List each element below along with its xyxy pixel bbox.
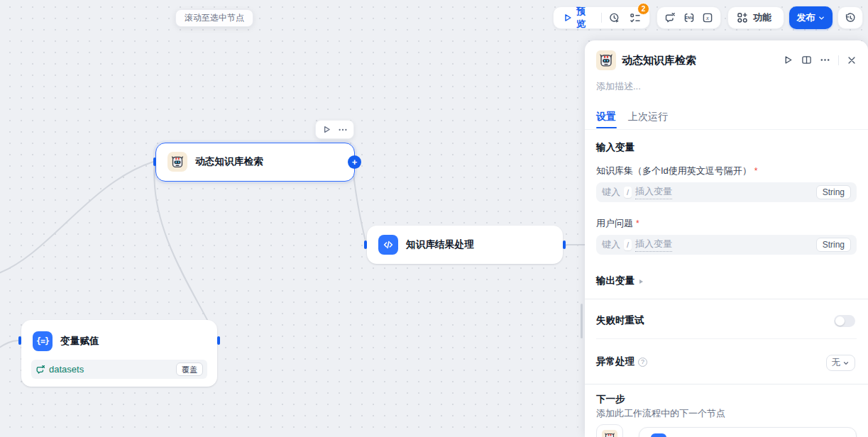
retry-title: 失败时重试 bbox=[596, 314, 644, 327]
placeholder-type: 键入 bbox=[602, 238, 620, 251]
placeholder-type: 键入 bbox=[602, 186, 620, 199]
version-history-button[interactable] bbox=[837, 6, 863, 29]
description-input[interactable]: 添加描述... bbox=[596, 80, 641, 93]
split-view-icon[interactable] bbox=[801, 55, 812, 65]
output-handle[interactable] bbox=[563, 240, 566, 249]
features-label: 功能 bbox=[753, 11, 771, 24]
preview-button[interactable]: 预览 bbox=[562, 5, 594, 31]
header-divider bbox=[838, 55, 839, 65]
node-more-icon[interactable] bbox=[338, 125, 348, 135]
panel-scrollbar[interactable] bbox=[581, 304, 583, 338]
output-handle[interactable] bbox=[217, 336, 220, 345]
toolbar-divider bbox=[601, 13, 602, 23]
slash-key-hint: / bbox=[624, 187, 632, 198]
question-field-label: 用户问题* bbox=[596, 216, 639, 230]
code-icon bbox=[378, 235, 398, 255]
assigner-icon: {=} bbox=[33, 331, 53, 351]
type-badge: String bbox=[816, 238, 851, 252]
checklist-badge: 2 bbox=[637, 3, 649, 15]
toggle-knob bbox=[835, 316, 845, 326]
question-input[interactable]: 键入 / 插入变量 String bbox=[596, 235, 857, 255]
svg-text:ENV: ENV bbox=[685, 16, 693, 20]
svg-text:x: x bbox=[705, 14, 709, 21]
preview-label: 预览 bbox=[576, 5, 594, 31]
active-tab-underline bbox=[596, 127, 617, 128]
node-variable-assigner[interactable]: {=} 变量赋值 datasets 覆盖 bbox=[21, 320, 217, 387]
chevron-down-icon bbox=[842, 360, 850, 367]
next-step-title: 下一步 bbox=[596, 393, 625, 406]
next-step-node-card[interactable] bbox=[639, 427, 857, 437]
insert-variable-link[interactable]: 插入变量 bbox=[635, 185, 672, 199]
edge-offscreen-to-assigner bbox=[0, 341, 18, 349]
next-step-source-node bbox=[596, 424, 623, 437]
insert-variable-link[interactable]: 插入变量 bbox=[635, 238, 672, 252]
kb-input[interactable]: 键入 / 插入变量 String bbox=[596, 182, 857, 202]
plus-icon: + bbox=[352, 157, 358, 167]
input-handle[interactable] bbox=[364, 240, 367, 249]
tooltip-text: 滚动至选中节点 bbox=[185, 12, 244, 24]
panel-robot-icon bbox=[596, 50, 616, 70]
assigner-glyph: {=} bbox=[36, 336, 49, 346]
publish-button[interactable]: 发布 bbox=[789, 6, 833, 29]
run-node-icon[interactable] bbox=[322, 125, 331, 134]
run-history-icon[interactable] bbox=[609, 12, 620, 23]
type-badge: String bbox=[816, 185, 851, 199]
conversation-variable-icon bbox=[35, 365, 45, 375]
error-handling-select[interactable]: 无 bbox=[826, 355, 856, 371]
section-divider bbox=[585, 384, 868, 385]
close-icon[interactable] bbox=[847, 55, 857, 65]
toolbar-group-run: 预览 2 bbox=[553, 6, 650, 29]
blocks-icon bbox=[737, 12, 748, 23]
slash-key-hint: / bbox=[624, 239, 632, 250]
node-title: 知识库结果处理 bbox=[406, 238, 474, 251]
caret-right-icon bbox=[639, 280, 643, 284]
node-title: 变量赋值 bbox=[60, 335, 99, 348]
add-node-button[interactable]: + bbox=[348, 155, 361, 169]
error-handling-value: 无 bbox=[832, 357, 841, 369]
edge-assigner-to-retrieval bbox=[154, 166, 217, 341]
node-knowledge-retrieval[interactable]: 动态知识库检索 + bbox=[155, 143, 355, 182]
conversation-variables-icon[interactable] bbox=[664, 12, 676, 23]
node-title: 动态知识库检索 bbox=[195, 155, 263, 168]
checklist-badge-count: 2 bbox=[642, 5, 646, 13]
env-variables-icon[interactable]: ENV bbox=[683, 12, 695, 23]
tab-last-run[interactable]: 上次运行 bbox=[628, 111, 668, 123]
publish-label: 发布 bbox=[797, 11, 815, 24]
more-icon[interactable] bbox=[820, 55, 830, 65]
section-divider bbox=[596, 338, 857, 339]
robot-icon bbox=[167, 152, 187, 172]
edge-offscreen-to-retrieval bbox=[0, 162, 153, 274]
tab-settings[interactable]: 设置 bbox=[596, 111, 616, 123]
tabs-divider bbox=[585, 129, 868, 130]
features-button[interactable]: 功能 bbox=[727, 6, 784, 29]
overwrite-badge: 覆盖 bbox=[176, 363, 203, 376]
node-hover-toolbar bbox=[315, 120, 354, 139]
toolbar-group-variables: ENV x bbox=[657, 6, 721, 29]
input-handle[interactable] bbox=[18, 336, 21, 345]
node-result-processing[interactable]: 知识库结果处理 bbox=[367, 226, 563, 264]
input-vars-title: 输入变量 bbox=[596, 141, 634, 154]
play-icon bbox=[562, 12, 573, 23]
chevron-down-icon bbox=[818, 14, 825, 22]
panel-title: 动态知识库检索 bbox=[622, 54, 696, 67]
next-node-icon bbox=[651, 433, 666, 437]
required-asterisk: * bbox=[754, 166, 758, 176]
run-icon[interactable] bbox=[783, 55, 793, 65]
output-vars-toggle[interactable]: 输出变量 bbox=[596, 274, 643, 287]
help-icon[interactable]: ? bbox=[638, 358, 647, 367]
variable-name: datasets bbox=[49, 364, 172, 375]
next-step-description: 添加此工作流程中的下一个节点 bbox=[596, 407, 725, 420]
node-config-panel: 动态知识库检索 添加描述... 设置 上次运行 输入变量 知识库集（多个Id使 bbox=[585, 40, 868, 437]
input-handle[interactable] bbox=[153, 157, 156, 166]
history-icon bbox=[845, 12, 856, 23]
panel-header-actions bbox=[783, 55, 857, 65]
robot-icon bbox=[602, 430, 617, 437]
workflow-canvas[interactable]: 滚动至选中节点 预览 2 bbox=[0, 0, 868, 437]
error-handling-label: 异常处理? bbox=[596, 355, 647, 368]
edge-retrieval-to-result bbox=[353, 167, 366, 241]
section-divider bbox=[585, 299, 868, 299]
variable-inspect-icon[interactable]: x bbox=[702, 12, 713, 23]
retry-toggle[interactable] bbox=[834, 315, 855, 327]
assigned-variable-row[interactable]: datasets 覆盖 bbox=[31, 360, 207, 379]
required-asterisk: * bbox=[636, 218, 639, 228]
